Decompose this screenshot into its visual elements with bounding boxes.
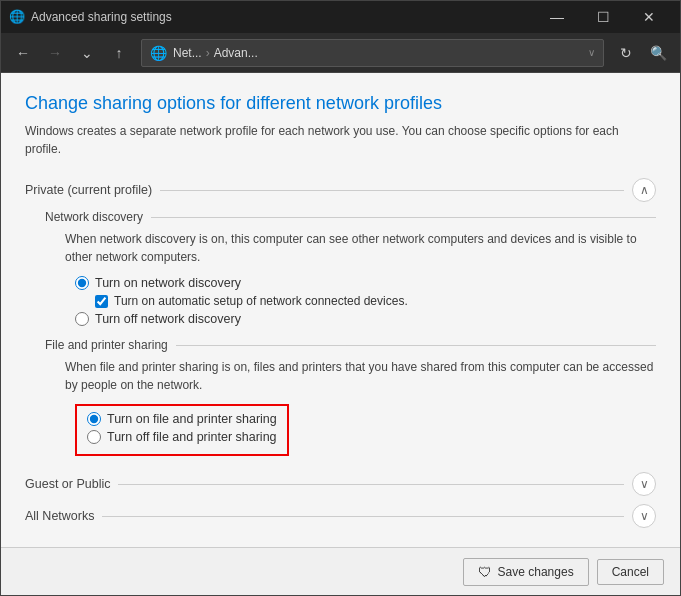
minimize-button[interactable]: — — [534, 1, 580, 33]
guest-section: Guest or Public ∨ — [25, 472, 656, 496]
cancel-button[interactable]: Cancel — [597, 559, 664, 585]
maximize-button[interactable]: ☐ — [580, 1, 626, 33]
content-area: Change sharing options for different net… — [1, 73, 680, 547]
nd-off-label: Turn off network discovery — [95, 312, 241, 326]
search-button[interactable]: 🔍 — [644, 39, 672, 67]
address-icon: 🌐 — [150, 45, 167, 61]
window: 🌐 Advanced sharing settings — ☐ ✕ ← → ⌄ … — [0, 0, 681, 596]
address-part-1: Net... — [173, 46, 202, 60]
title-bar-controls: — ☐ ✕ — [534, 1, 672, 33]
window-title: Advanced sharing settings — [31, 10, 534, 24]
window-icon: 🌐 — [9, 9, 25, 25]
file-sharing-header: File and printer sharing — [45, 338, 656, 352]
bottom-bar: 🛡 Save changes Cancel — [1, 547, 680, 595]
nav-bar: ← → ⌄ ↑ 🌐 Net... › Advan... ∨ ↻ 🔍 — [1, 33, 680, 73]
fs-on-radio[interactable] — [87, 412, 101, 426]
file-sharing-subsection: File and printer sharing When file and p… — [45, 338, 656, 460]
page-title: Change sharing options for different net… — [25, 93, 656, 114]
close-button[interactable]: ✕ — [626, 1, 672, 33]
all-networks-section-line — [102, 516, 624, 517]
nd-off-item: Turn off network discovery — [75, 312, 656, 326]
page-subtitle: Windows creates a separate network profi… — [25, 122, 656, 158]
all-networks-section-label: All Networks — [25, 509, 94, 523]
file-sharing-highlight: Turn on file and printer sharing Turn of… — [75, 404, 289, 456]
network-discovery-header: Network discovery — [45, 210, 656, 224]
save-icon: 🛡 — [478, 564, 492, 580]
nd-auto-label: Turn on automatic setup of network conne… — [114, 294, 408, 308]
network-discovery-line — [151, 217, 656, 218]
address-separator-1: › — [206, 46, 210, 60]
guest-section-header: Guest or Public ∨ — [25, 472, 656, 496]
address-part-2: Advan... — [214, 46, 258, 60]
all-networks-section-header: All Networks ∨ — [25, 504, 656, 528]
nd-on-label: Turn on network discovery — [95, 276, 241, 290]
file-sharing-description: When file and printer sharing is on, fil… — [65, 358, 656, 394]
private-section-label: Private (current profile) — [25, 183, 152, 197]
forward-button[interactable]: → — [41, 39, 69, 67]
nd-off-radio[interactable] — [75, 312, 89, 326]
guest-section-line — [118, 484, 624, 485]
fs-on-item: Turn on file and printer sharing — [87, 412, 277, 426]
refresh-button[interactable]: ↻ — [612, 39, 640, 67]
title-bar: 🌐 Advanced sharing settings — ☐ ✕ — [1, 1, 680, 33]
private-section-line — [160, 190, 624, 191]
private-collapse-button[interactable]: ∧ — [632, 178, 656, 202]
fs-off-label: Turn off file and printer sharing — [107, 430, 277, 444]
nd-on-radio[interactable] — [75, 276, 89, 290]
network-discovery-options: Turn on network discovery Turn on automa… — [75, 276, 656, 326]
file-sharing-line — [176, 345, 656, 346]
address-bar[interactable]: 🌐 Net... › Advan... ∨ — [141, 39, 604, 67]
nd-on-item: Turn on network discovery — [75, 276, 656, 290]
all-networks-section: All Networks ∨ — [25, 504, 656, 528]
back-button[interactable]: ← — [9, 39, 37, 67]
private-section-header: Private (current profile) ∧ — [25, 178, 656, 202]
up-button[interactable]: ↑ — [105, 39, 133, 67]
guest-section-label: Guest or Public — [25, 477, 110, 491]
nd-auto-item: Turn on automatic setup of network conne… — [95, 294, 656, 308]
guest-expand-button[interactable]: ∨ — [632, 472, 656, 496]
network-discovery-subsection: Network discovery When network discovery… — [45, 210, 656, 326]
fs-off-item: Turn off file and printer sharing — [87, 430, 277, 444]
network-discovery-description: When network discovery is on, this compu… — [65, 230, 656, 266]
address-chevron: ∨ — [588, 47, 595, 58]
nd-auto-checkbox[interactable] — [95, 295, 108, 308]
network-discovery-label: Network discovery — [45, 210, 143, 224]
fs-on-label: Turn on file and printer sharing — [107, 412, 277, 426]
file-sharing-label: File and printer sharing — [45, 338, 168, 352]
save-button[interactable]: 🛡 Save changes — [463, 558, 589, 586]
dropdown-button[interactable]: ⌄ — [73, 39, 101, 67]
save-label: Save changes — [498, 565, 574, 579]
private-section: Private (current profile) ∧ Network disc… — [25, 178, 656, 460]
all-networks-expand-button[interactable]: ∨ — [632, 504, 656, 528]
fs-off-radio[interactable] — [87, 430, 101, 444]
